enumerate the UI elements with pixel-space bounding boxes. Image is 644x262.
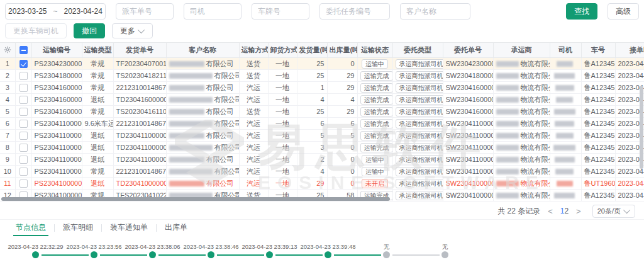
row-checkbox[interactable] xyxy=(19,108,28,116)
horizontal-scrollbar[interactable] xyxy=(1,197,390,201)
table-row[interactable]: 3PS230416000007常规22123100148673有限公司汽运一地1… xyxy=(0,82,644,94)
cell-row-index: 11 xyxy=(0,178,15,190)
cell-row-checkbox[interactable] xyxy=(15,106,31,118)
cell-row-checkbox[interactable] xyxy=(15,70,31,82)
timeline-step: 2023-04-23 23:39:13出库确认 xyxy=(240,242,299,262)
cell-row-checkbox[interactable] xyxy=(15,166,31,178)
cell-ship-qty: 25 xyxy=(297,58,327,70)
table-row[interactable]: 2PS230418000001常规TS202304182114有限公司送货一地2… xyxy=(0,70,644,82)
row-checkbox[interactable] xyxy=(19,156,28,164)
cell-row-checkbox[interactable] xyxy=(15,58,31,70)
row-checkbox[interactable] xyxy=(19,72,28,80)
table-row[interactable]: 5PS230416000004常规TS202304161109有限公司送货一地2… xyxy=(0,106,644,118)
column-header-ship-qty: 发货量(吨) xyxy=(297,43,327,58)
row-checkbox[interactable] xyxy=(19,132,28,140)
table-row[interactable]: 11PS230410000006退纸TD230410000009有限公司汽运一地… xyxy=(0,178,644,190)
plate-no-input[interactable] xyxy=(252,3,309,20)
row-checkbox[interactable] xyxy=(19,60,28,68)
cell-row-checkbox[interactable] xyxy=(15,178,31,190)
table-row[interactable]: 10PS230411000001常规22123100148677有限公司汽运一地… xyxy=(0,166,644,178)
cell-unload-mode: 一地 xyxy=(268,70,297,82)
table-row[interactable]: 8PS230411000003退纸TD230411000008有限公司汽运一地3… xyxy=(0,142,644,154)
redacted-driver-name xyxy=(556,133,574,139)
column-settings-gear-icon[interactable] xyxy=(0,43,15,58)
cell-entrust-no: SW230411000004 xyxy=(443,130,493,142)
status-badge: 运输完成 xyxy=(360,131,393,140)
vertical-scrollbar[interactable] xyxy=(640,86,643,169)
tab-1[interactable]: 节点信息 xyxy=(8,220,54,236)
redacted-customer-prefix xyxy=(169,169,213,174)
cell-out-qty: 29 xyxy=(327,106,357,118)
cell-transport-mode: 送货 xyxy=(239,106,268,118)
redacted-driver-name xyxy=(554,73,575,79)
driver-input[interactable] xyxy=(184,3,242,20)
cell-entrust-no: SW230416000009 xyxy=(443,82,493,94)
cell-transport-status: 运输完成 xyxy=(357,106,392,118)
task-no-input[interactable] xyxy=(319,3,390,20)
cell-entrust-no: SW230418000002 xyxy=(443,70,493,82)
cell-unload-mode: 一地 xyxy=(268,154,297,166)
recall-button[interactable]: 撤回 xyxy=(74,23,105,38)
cell-plate-no: 鲁A12345 xyxy=(581,58,615,70)
row-checkbox[interactable] xyxy=(19,179,28,188)
cell-row-checkbox[interactable] xyxy=(15,130,31,142)
cell-row-checkbox[interactable] xyxy=(15,94,31,106)
customer-name-input[interactable] xyxy=(400,3,470,20)
cell-entrust-no: SW230411000006 xyxy=(443,118,493,130)
step-connector xyxy=(100,254,147,256)
cell-transport-type: 常规 xyxy=(82,70,113,82)
cell-plate-no: 鲁A12345 xyxy=(581,130,615,142)
next-page-button[interactable]: > xyxy=(572,207,585,216)
select-all-checkbox[interactable] xyxy=(19,46,28,54)
advanced-button[interactable]: 高级 xyxy=(608,3,639,20)
cell-transport-status: 运输中 xyxy=(357,166,392,178)
cell-row-checkbox[interactable] xyxy=(15,154,31,166)
redacted-driver-name xyxy=(557,181,573,186)
cell-row-index: 6 xyxy=(0,118,15,130)
cell-carrier: 物流有限公司 xyxy=(493,106,550,118)
cell-transport-mode: 汽运 xyxy=(239,154,268,166)
date-range-input[interactable]: 2023-03-25 ~ 2023-04-24 xyxy=(5,3,106,20)
row-checkbox[interactable] xyxy=(19,144,28,152)
cell-transport-mode: 汽运 xyxy=(239,82,268,94)
cell-accept-time: 2023-04-1 xyxy=(615,178,644,190)
tab-2[interactable]: 派车明细 xyxy=(55,220,101,236)
dispatch-no-input[interactable] xyxy=(116,3,174,20)
status-badge: 运输完成 xyxy=(360,107,393,117)
page-number-2[interactable]: 2 xyxy=(564,207,569,215)
cell-row-checkbox[interactable] xyxy=(15,118,31,130)
cell-out-qty: 0 xyxy=(327,154,357,166)
row-checkbox[interactable] xyxy=(19,168,28,176)
cell-transport-type: 退纸 xyxy=(82,154,113,166)
cell-row-checkbox[interactable] xyxy=(15,142,31,154)
cell-transport-no: PS230411000001 xyxy=(31,166,82,178)
cell-row-checkbox[interactable] xyxy=(15,82,31,94)
table-row[interactable]: 1PS230423000002常规TF20230407001有限公司送货一地25… xyxy=(0,58,644,70)
shipments-table: 运输编号运输类型发货单号客户名称运输方式卸货方式发货量(吨)出库量(吨)运输状态… xyxy=(0,42,644,202)
row-checkbox[interactable] xyxy=(19,84,28,92)
redacted-customer-prefix xyxy=(169,73,213,79)
change-vehicle-driver-button[interactable]: 更换车辆司机 xyxy=(5,23,67,38)
search-button[interactable]: 查找 xyxy=(566,3,597,20)
step-dot-icon xyxy=(32,251,39,258)
page-size-select[interactable]: 20条/页 xyxy=(592,205,635,218)
cell-transport-no: PS230411000005 xyxy=(31,118,82,130)
tab-3[interactable]: 装车通知单 xyxy=(102,220,156,236)
step-dot-icon xyxy=(149,251,156,258)
row-checkbox[interactable] xyxy=(19,120,28,128)
prev-page-button[interactable]: < xyxy=(544,207,557,216)
redacted-carrier-prefix xyxy=(496,193,519,198)
redacted-carrier-prefix xyxy=(496,133,519,139)
more-button[interactable]: 更多 xyxy=(112,23,153,38)
table-row[interactable]: 6PS2304110000059.6米车运输22123100148676有限公司… xyxy=(0,118,644,130)
cell-transport-mode: 送货 xyxy=(239,58,268,70)
table-row[interactable]: 7PS230411000004退纸TD230411000009有限公司汽运一地5… xyxy=(0,130,644,142)
tab-4[interactable]: 出库单 xyxy=(157,220,196,236)
table-row[interactable]: 9PS230411000002退纸TD230411000007有限公司汽运一地2… xyxy=(0,154,644,166)
status-badge: 未开启 xyxy=(362,179,388,188)
step-dot-icon xyxy=(383,251,390,258)
table-row[interactable]: 4PS230416000006退纸TD230416000002有限公司汽运一地4… xyxy=(0,94,644,106)
cell-driver xyxy=(550,178,581,190)
row-checkbox[interactable] xyxy=(19,96,28,104)
cell-entrust-no: SW230411000002 xyxy=(443,154,493,166)
